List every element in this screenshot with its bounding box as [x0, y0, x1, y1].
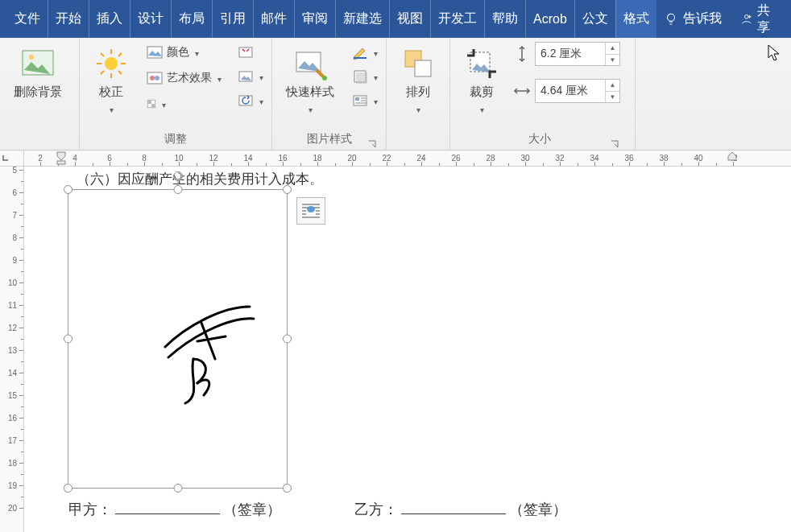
width-spin-up[interactable]: ▲ — [606, 80, 619, 92]
arrange-label: 排列 — [406, 85, 430, 100]
svg-point-4 — [105, 57, 118, 70]
party-a-line: 甲方： （签章） — [68, 497, 281, 519]
selected-image[interactable] — [68, 189, 288, 489]
svg-rect-11 — [151, 104, 155, 108]
dialog-launcher-pic-styles[interactable] — [368, 138, 376, 146]
picture-effects-button[interactable] — [348, 66, 372, 87]
compress-pictures-button[interactable] — [234, 42, 258, 63]
lightbulb-icon — [664, 12, 678, 27]
layout-options-icon — [301, 202, 321, 220]
sun-icon — [93, 46, 129, 81]
tab-home[interactable]: 开始 — [48, 0, 89, 38]
resize-handle-n[interactable] — [173, 185, 182, 194]
remove-background-button[interactable]: 删除背景 — [8, 42, 68, 104]
quick-styles-button[interactable]: 快速样式 — [280, 42, 340, 119]
resize-handle-se[interactable] — [283, 484, 292, 493]
height-input[interactable]: ▲ ▼ — [535, 42, 620, 66]
share-button[interactable]: 共享 — [729, 0, 791, 38]
horizontal-ruler[interactable]: 24681012141618202224262830323436384042 — [24, 151, 791, 166]
resize-handle-w[interactable] — [64, 335, 72, 344]
dropdown-icon — [259, 71, 263, 83]
resize-handle-e[interactable] — [283, 335, 292, 344]
dropdown-icon — [309, 103, 313, 115]
tab-official[interactable]: 公文 — [574, 0, 615, 38]
tab-references[interactable]: 引用 — [212, 0, 253, 38]
transparency-icon — [147, 96, 156, 112]
dropdown-icon — [110, 103, 114, 115]
width-spin-down[interactable]: ▼ — [606, 92, 619, 103]
dropdown-icon — [416, 103, 420, 115]
effects-icon — [352, 68, 368, 85]
compress-icon — [238, 44, 254, 60]
dialog-launcher-size[interactable] — [611, 138, 619, 146]
tab-selector-icon — [2, 154, 10, 162]
tab-new[interactable]: 新建选 — [335, 0, 389, 38]
share-icon — [740, 12, 753, 27]
left-indent-marker[interactable] — [56, 151, 66, 166]
svg-rect-21 — [355, 97, 359, 101]
tab-developer[interactable]: 开发工 — [430, 0, 484, 38]
svg-point-0 — [667, 14, 674, 21]
svg-point-8 — [155, 76, 159, 80]
arrange-button[interactable]: 排列 — [395, 42, 441, 119]
dropdown-icon — [217, 72, 222, 85]
resize-handle-s[interactable] — [173, 484, 182, 493]
crop-button[interactable]: 裁剪 — [458, 42, 505, 119]
layout-options-button[interactable] — [296, 197, 325, 225]
tab-mailings[interactable]: 邮件 — [253, 0, 294, 38]
reset-icon — [238, 93, 254, 109]
change-pic-icon — [238, 68, 254, 85]
share-label: 共享 — [757, 2, 780, 36]
svg-rect-17 — [354, 57, 367, 59]
tab-review[interactable]: 审阅 — [294, 0, 335, 38]
remove-bg-label: 删除背景 — [14, 85, 62, 100]
svg-point-1 — [744, 14, 748, 19]
reset-picture-button[interactable] — [234, 90, 258, 111]
color-button[interactable]: 颜色 — [143, 42, 226, 63]
crop-icon — [464, 46, 499, 81]
quick-styles-label: 快速样式 — [286, 85, 334, 100]
height-icon — [513, 45, 531, 63]
transparency-button[interactable] — [143, 93, 170, 114]
height-spin-down[interactable]: ▼ — [606, 55, 619, 66]
tab-insert[interactable]: 插入 — [89, 0, 130, 38]
document-page[interactable]: （六）因应酬产生的相关费用计入成本。 — [24, 167, 791, 532]
rotate-handle[interactable] — [172, 171, 184, 182]
artistic-effects-button[interactable]: 艺术效果 — [143, 68, 226, 89]
signature-image — [157, 303, 270, 407]
tell-me-button[interactable]: 告诉我 — [656, 0, 729, 38]
vertical-ruler[interactable]: 567891011121314151617181920 — [0, 167, 24, 532]
ruler-corner[interactable] — [0, 151, 24, 166]
svg-point-3 — [29, 55, 34, 60]
svg-rect-12 — [239, 47, 252, 57]
resize-handle-nw[interactable] — [64, 185, 72, 194]
width-input[interactable]: ▲ ▼ — [535, 79, 620, 103]
right-indent-marker[interactable] — [727, 151, 737, 166]
picture-border-button[interactable] — [348, 42, 372, 63]
corrections-button[interactable]: 校正 — [88, 42, 135, 119]
tab-acrobat[interactable]: Acrob — [525, 0, 574, 38]
party-b-line: 乙方： （签章） — [354, 497, 567, 519]
dropdown-icon — [259, 95, 263, 107]
color-label: 颜色 — [167, 45, 189, 60]
remove-bg-icon — [20, 46, 56, 81]
resize-handle-sw[interactable] — [64, 484, 72, 493]
picture-layout-button[interactable] — [348, 90, 372, 111]
tab-format[interactable]: 格式 — [615, 0, 656, 38]
corrections-label: 校正 — [99, 85, 123, 100]
width-field[interactable] — [536, 85, 600, 97]
dropdown-icon — [162, 97, 166, 110]
tab-view[interactable]: 视图 — [389, 0, 430, 38]
ribbon-tabs: 文件 开始 插入 设计 布局 引用 邮件 审阅 新建选 视图 开发工 帮助 Ac… — [0, 0, 791, 38]
group-label-adjust: 调整 — [88, 130, 263, 150]
dropdown-icon — [374, 71, 378, 83]
width-icon — [513, 82, 531, 100]
height-field[interactable] — [536, 47, 600, 60]
tab-help[interactable]: 帮助 — [484, 0, 525, 38]
tab-file[interactable]: 文件 — [0, 0, 48, 38]
change-picture-button[interactable] — [234, 66, 258, 87]
height-spin-up[interactable]: ▲ — [606, 43, 619, 55]
tab-design[interactable]: 设计 — [130, 0, 171, 38]
resize-handle-ne[interactable] — [283, 185, 292, 194]
tab-layout[interactable]: 布局 — [171, 0, 212, 38]
